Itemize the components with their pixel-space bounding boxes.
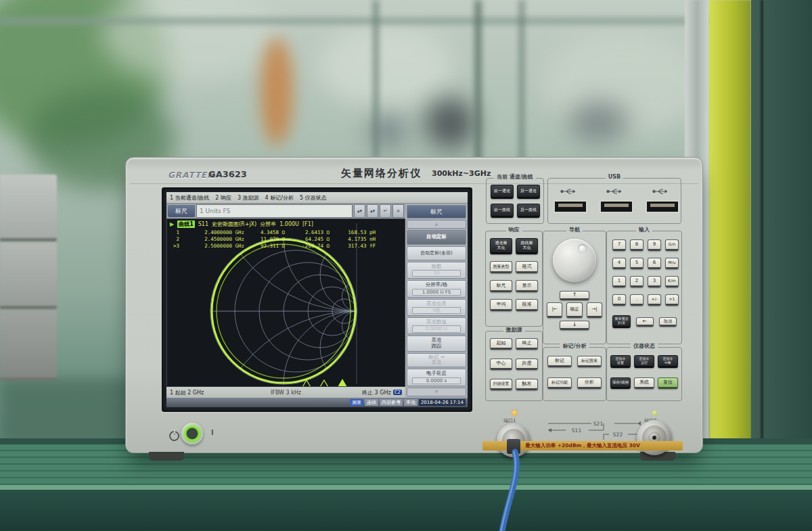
next-trace-button[interactable]: 后一曲线 [517,204,540,218]
group-navigation: 导航 ↑ |← 确定 →| ↓ [543,231,606,344]
softmenu-down-icon[interactable]: ▼ [407,388,466,396]
enter-icon[interactable]: ↵ [380,204,391,218]
usb-port-2[interactable] [600,200,633,213]
power-button[interactable] [181,423,203,444]
group-channel-trace: 当前 通道/曲线 前一通道 后一通道 前一曲线 后一曲线 [486,178,544,224]
active-trace-badge[interactable]: 曲线1 [177,221,195,228]
meas-type-button[interactable]: 测量类型 [490,261,512,273]
usb-port-3[interactable] [646,200,679,213]
scale-entry-label: 标尺 [168,205,195,217]
group-label: 导航 [566,227,583,233]
key-mega-micro[interactable]: M/u [665,258,679,269]
softkey-divisions[interactable]: 格数 10 [407,262,466,279]
softkey-ref-value[interactable]: 基准数值 0.0000 U [407,317,466,334]
cancel-button[interactable]: 取消 [659,317,677,327]
calibrate-button[interactable]: 校准 [516,299,538,311]
center-button[interactable]: 中心 [490,359,512,370]
marker-button[interactable]: 标记 [547,356,572,367]
next-channel-button[interactable]: 后一通道 [517,185,540,199]
nav-down-button[interactable]: ↓ [560,321,589,330]
prev-channel-button[interactable]: 前一通道 [491,185,514,199]
softkey-autoscale-all[interactable]: 自动定标(全部) [407,246,466,261]
start-button[interactable]: 起始 [490,338,512,350]
key-x1[interactable]: ×1 [665,294,679,306]
trace-max-button[interactable]: 曲线最 大化 [516,238,538,254]
key-9[interactable]: 9 [648,239,661,251]
softmenu-up-icon[interactable]: ▲ [407,220,466,229]
stacked-instruments [0,175,58,384]
key-kilo-milli[interactable]: K/m [665,276,679,287]
key-8[interactable]: 8 [630,239,644,251]
cable-plug [507,439,520,454]
scale-button[interactable]: 标尺 [490,280,512,292]
marker-reactance: 64.245 Ω [289,236,330,243]
sweep-setup-button[interactable]: 扫描设置 [490,379,512,390]
key-decimal[interactable]: . [630,294,644,306]
softkey-ref-position[interactable]: 基准位置 5格 [407,299,466,316]
usb-port-1[interactable] [554,200,587,213]
usb-icon [606,188,621,195]
display-button[interactable]: 显示 [516,280,538,292]
backspace-button[interactable]: ← [636,317,654,327]
span-button[interactable]: 跨度 [516,359,538,370]
key-giga-nano[interactable]: G/n [665,239,679,251]
screen-body: 标尺 1 Units FS ▴▾ ▴▾ ↵ × [166,204,468,398]
macro-setup-button[interactable]: 宏指令 设置 [610,355,631,368]
softkey-scale-per-div[interactable]: 分辨率/格 1.0000 U FS [407,280,466,298]
arrow-right [637,421,641,425]
screen-left-column: 标尺 1 Units FS ▴▾ ▴▾ ↵ × [166,204,405,398]
softkey-marker-to-ref[interactable]: 标记 → 基准 [407,353,466,368]
bg-blob [261,37,293,145]
menu-item-marker[interactable]: 4 标记/分析 [265,194,294,202]
key-0[interactable]: 0 [612,294,626,306]
instrument-title: 矢量网络分析仪 [341,167,422,180]
stop-button[interactable]: 终止 [516,338,538,350]
frequency-range: 300kHz~3GHz [432,169,491,178]
menu-item-response[interactable]: 2 响应 [215,194,231,202]
macro-break-button[interactable]: 宏指令 中断 [658,355,678,368]
nav-ok-button[interactable]: 确定 [566,302,583,318]
key-4[interactable]: 4 [612,258,626,269]
average-button[interactable]: 平均 [490,299,512,311]
prev-trace-button[interactable]: 前一曲线 [491,204,514,218]
system-button[interactable]: 系统 [634,377,654,389]
menu-item-channel[interactable]: 1 当前通道/曲线 [170,194,209,202]
key-6[interactable]: 6 [648,258,661,269]
analysis-button[interactable]: 分析 [577,377,602,389]
nav-up-button[interactable]: ↑ [560,291,589,300]
nav-right-button[interactable]: →| [587,302,602,318]
group-stimulus: 激励源 起始 终止 中心 跨度 扫描设置 触发 [485,331,543,401]
menu-item-state[interactable]: 5 仪器状态 [300,194,327,202]
spinner-icon[interactable]: ▴▾ [354,204,365,218]
macro-run-button[interactable]: 宏指令 运行 [634,355,654,368]
instrument-foot [149,452,184,461]
key-7[interactable]: 7 [612,239,626,251]
marker-search-button[interactable]: 标记搜索 [577,356,602,367]
key-3[interactable]: 3 [648,276,661,287]
menu-item-stimulus[interactable]: 3 激励源 [238,194,259,202]
key-2[interactable]: 2 [630,276,644,287]
softkey-ref-tracking[interactable]: 基准 跟踪 [407,336,466,351]
channel-max-button[interactable]: 通道最 大化 [490,238,512,254]
format-button[interactable]: 格式 [516,261,538,273]
marker-row-active: >3 2.5000000 GHz 92.311 Ω -200.74 Ω 317.… [170,243,380,250]
nav-left-button[interactable]: |← [547,302,562,318]
menu-display-onoff-button[interactable]: 菜单显示 开/关 [612,315,631,328]
spinner-icon[interactable]: ▴▾ [367,204,378,218]
rotary-knob[interactable] [553,239,596,282]
trigger-button[interactable]: 触发 [516,379,538,390]
close-icon[interactable]: × [392,204,404,218]
save-recall-button[interactable]: 保存/调用 [610,377,631,389]
marker-resistance: 92.311 Ω [248,243,285,250]
scale-value: 1.000U [279,221,299,227]
preset-button[interactable]: 复位 [658,377,678,389]
key-1[interactable]: 1 [612,276,626,287]
port2-led [652,411,657,415]
key-plus-minus[interactable]: +/- [648,294,661,306]
key-5[interactable]: 5 [630,258,644,269]
marker-function-button[interactable]: 标记功能 [547,377,572,389]
softkey-electrical-delay[interactable]: 电子延迟 0.0000 s [407,369,466,386]
softkey-autoscale[interactable]: 自动定标 [407,230,466,245]
group-usb: USB [547,178,681,224]
scale-entry-input[interactable]: 1 Units FS [196,204,353,218]
